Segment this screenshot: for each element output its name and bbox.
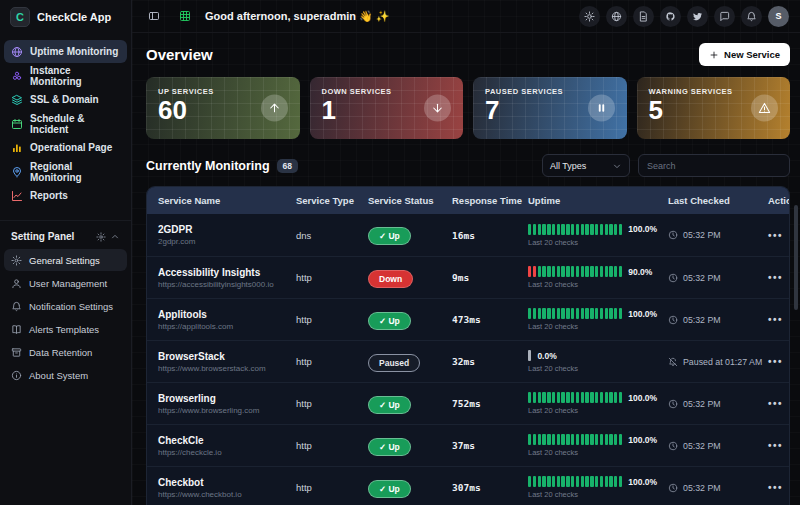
row-actions-menu[interactable]: ••• bbox=[768, 398, 783, 409]
github-button[interactable] bbox=[660, 6, 681, 27]
sidebar-item-schedule-incident[interactable]: Schedule & Incident bbox=[4, 112, 127, 135]
status-badge[interactable]: Paused bbox=[368, 354, 420, 372]
checks-label: Last 20 checks bbox=[528, 490, 668, 499]
sidebar-item-uptime-monitoring[interactable]: Uptime Monitoring bbox=[4, 40, 127, 63]
row-actions-menu[interactable]: ••• bbox=[768, 230, 783, 241]
status-badge[interactable]: ✓ Up bbox=[368, 396, 411, 414]
row-actions-menu[interactable]: ••• bbox=[768, 314, 783, 325]
table-row-2gdpr[interactable]: 2GDPR2gdpr.comdns✓ Up16ms100.0%Last 20 c… bbox=[147, 214, 789, 256]
settings-list: General SettingsUser ManagementNotificat… bbox=[4, 249, 127, 386]
last-checked-time: 05:32 PM bbox=[683, 273, 721, 283]
stats-row: UP SERVICES60DOWN SERVICES1PAUSED SERVIC… bbox=[146, 77, 790, 139]
table-row-browserstack[interactable]: BrowserStackhttps://www.browserstack.com… bbox=[147, 340, 789, 382]
main-area: Good afternoon, superadmin 👋 ✨ S Overvie… bbox=[132, 0, 800, 505]
last-checked-time: 05:32 PM bbox=[683, 441, 721, 451]
sidebar-item-operational-page[interactable]: Operational Page bbox=[4, 136, 127, 159]
uptime-cell: 100.0%Last 20 checks bbox=[528, 392, 668, 415]
table-row-checkcle[interactable]: CheckClehttps://checkcle.iohttp✓ Up37ms1… bbox=[147, 424, 789, 466]
row-actions-menu[interactable]: ••• bbox=[768, 272, 783, 283]
bell-button[interactable] bbox=[741, 6, 762, 27]
sidebar-item-instance-monitoring[interactable]: Instance Monitoring bbox=[4, 64, 127, 87]
bell-off-icon bbox=[668, 357, 678, 367]
sidebar-nav: Uptime MonitoringInstance MonitoringSSL … bbox=[0, 34, 131, 208]
chat-button[interactable] bbox=[714, 6, 735, 27]
status-badge[interactable]: ✓ Up bbox=[368, 480, 411, 498]
checks-label: Last 20 checks bbox=[528, 280, 668, 289]
stat-card-paused-services[interactable]: PAUSED SERVICES7 bbox=[473, 77, 627, 139]
sidebar-item-label: Reports bbox=[30, 190, 68, 201]
table-grid-icon bbox=[179, 10, 191, 22]
response-time: 307ms bbox=[452, 482, 528, 493]
status-badge[interactable]: ✓ Up bbox=[368, 312, 411, 330]
table-row-applitools[interactable]: Applitoolshttps://applitools.comhttp✓ Up… bbox=[147, 298, 789, 340]
clock-icon bbox=[668, 441, 678, 451]
archive-icon bbox=[11, 347, 22, 358]
app-logo[interactable]: C CheckCle App bbox=[0, 0, 131, 34]
status-badge[interactable]: Down bbox=[368, 270, 413, 288]
response-time: 37ms bbox=[452, 440, 528, 451]
monitoring-title: Currently Monitoring bbox=[146, 159, 270, 173]
uptime-cell: 100.0%Last 20 checks bbox=[528, 434, 668, 457]
settings-item-about-system[interactable]: About System bbox=[4, 364, 127, 386]
row-actions-menu[interactable]: ••• bbox=[768, 440, 783, 451]
service-type: http bbox=[296, 272, 368, 283]
last-checked-time: 05:32 PM bbox=[683, 399, 721, 409]
sidebar-item-label: Uptime Monitoring bbox=[30, 46, 118, 57]
settings-item-notification-settings[interactable]: Notification Settings bbox=[4, 295, 127, 317]
response-time: 752ms bbox=[452, 398, 528, 409]
sidebar-item-reports[interactable]: Reports bbox=[4, 184, 127, 207]
response-time: 16ms bbox=[452, 230, 528, 241]
apps-grid-button[interactable] bbox=[174, 5, 196, 27]
settings-panel-section: Setting Panel General SettingsUser Manag… bbox=[0, 220, 131, 387]
sidebar: C CheckCle App Uptime MonitoringInstance… bbox=[0, 0, 132, 505]
globe-icon bbox=[611, 11, 622, 22]
last-checked-time: 05:32 PM bbox=[683, 230, 721, 240]
table-row-browserling[interactable]: Browserlinghttps://www.browserling.comht… bbox=[147, 382, 789, 424]
bell-icon bbox=[746, 11, 757, 22]
stat-card-up-services[interactable]: UP SERVICES60 bbox=[146, 77, 300, 139]
uptime-bars bbox=[528, 266, 622, 277]
file-button[interactable] bbox=[633, 6, 654, 27]
type-filter-select[interactable]: All Types bbox=[542, 154, 630, 177]
status-badge[interactable]: ✓ Up bbox=[368, 438, 411, 456]
cluster-icon bbox=[11, 70, 23, 82]
stat-card-warning-services[interactable]: WARNING SERVICES5 bbox=[637, 77, 791, 139]
sidebar-item-label: Operational Page bbox=[30, 142, 112, 153]
twitter-button[interactable] bbox=[687, 6, 708, 27]
stat-card-icon-circle bbox=[424, 95, 451, 122]
sidebar-item-label: Instance Monitoring bbox=[30, 65, 120, 87]
stat-card-icon-circle bbox=[751, 95, 778, 122]
service-type: http bbox=[296, 482, 368, 493]
sun-button[interactable] bbox=[579, 6, 600, 27]
table-row-checkbot[interactable]: Checkbothttps://www.checkbot.iohttp✓ Up3… bbox=[147, 466, 789, 505]
settings-item-user-management[interactable]: User Management bbox=[4, 272, 127, 294]
settings-panel-toggle[interactable] bbox=[96, 232, 120, 242]
table-header: Service NameService TypeService StatusRe… bbox=[147, 187, 789, 214]
globe-button[interactable] bbox=[606, 6, 627, 27]
table-row-accessibility-insights[interactable]: Accessibility Insightshttps://accessibil… bbox=[147, 256, 789, 298]
column-header-service-type: Service Type bbox=[296, 195, 368, 206]
stat-card-down-services[interactable]: DOWN SERVICES1 bbox=[310, 77, 464, 139]
status-badge[interactable]: ✓ Up bbox=[368, 227, 411, 245]
sidebar-collapse-button[interactable] bbox=[143, 5, 165, 27]
sidebar-item-ssl-domain[interactable]: SSL & Domain bbox=[4, 88, 127, 111]
row-actions-menu[interactable]: ••• bbox=[768, 482, 783, 493]
scrollbar-thumb[interactable] bbox=[794, 205, 798, 310]
github-icon bbox=[665, 11, 676, 22]
user-icon bbox=[11, 278, 22, 289]
sidebar-item-regional-monitoring[interactable]: Regional Monitoring bbox=[4, 160, 127, 183]
settings-item-general-settings[interactable]: General Settings bbox=[4, 249, 127, 271]
settings-item-data-retention[interactable]: Data Retention bbox=[4, 341, 127, 363]
sidebar-item-label: Schedule & Incident bbox=[30, 113, 120, 135]
user-avatar[interactable]: S bbox=[768, 6, 789, 27]
twitter-icon bbox=[692, 11, 703, 22]
search-input[interactable] bbox=[638, 154, 790, 177]
service-name: CheckCle bbox=[158, 435, 296, 446]
row-actions-menu[interactable]: ••• bbox=[768, 356, 783, 367]
sidebar-item-label: SSL & Domain bbox=[30, 94, 99, 105]
new-service-button[interactable]: New Service bbox=[699, 43, 790, 66]
column-header-service-status: Service Status bbox=[368, 195, 452, 206]
settings-item-alerts-templates[interactable]: Alerts Templates bbox=[4, 318, 127, 340]
checks-label: Last 20 checks bbox=[528, 364, 668, 373]
app-title: CheckCle App bbox=[37, 11, 111, 23]
